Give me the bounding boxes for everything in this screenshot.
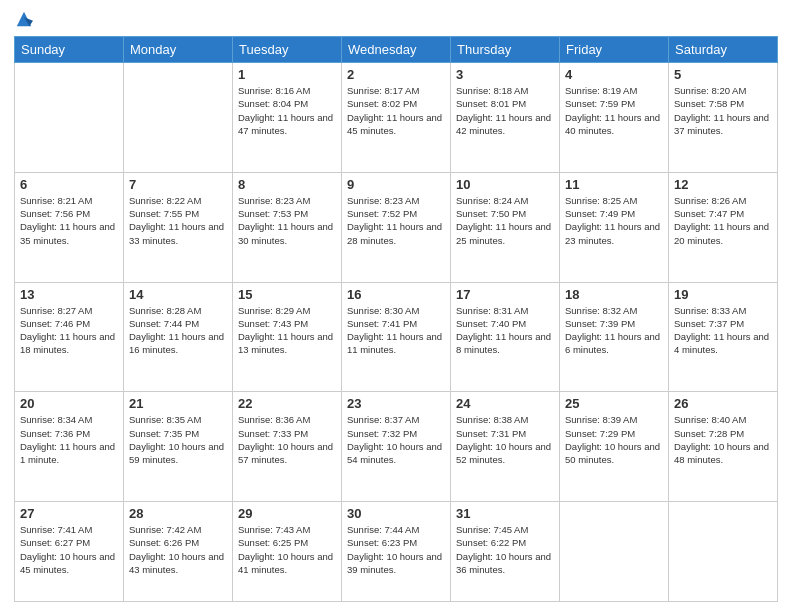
calendar-cell: 13Sunrise: 8:27 AM Sunset: 7:46 PM Dayli… <box>15 282 124 392</box>
calendar-cell: 11Sunrise: 8:25 AM Sunset: 7:49 PM Dayli… <box>560 172 669 282</box>
day-info: Sunrise: 7:43 AM Sunset: 6:25 PM Dayligh… <box>238 523 336 576</box>
calendar-cell: 23Sunrise: 8:37 AM Sunset: 7:32 PM Dayli… <box>342 392 451 502</box>
weekday-header-saturday: Saturday <box>669 37 778 63</box>
day-number: 16 <box>347 287 445 302</box>
day-number: 14 <box>129 287 227 302</box>
day-info: Sunrise: 8:29 AM Sunset: 7:43 PM Dayligh… <box>238 304 336 357</box>
day-number: 22 <box>238 396 336 411</box>
day-info: Sunrise: 8:37 AM Sunset: 7:32 PM Dayligh… <box>347 413 445 466</box>
day-number: 12 <box>674 177 772 192</box>
day-info: Sunrise: 8:25 AM Sunset: 7:49 PM Dayligh… <box>565 194 663 247</box>
day-info: Sunrise: 7:41 AM Sunset: 6:27 PM Dayligh… <box>20 523 118 576</box>
calendar-cell: 5Sunrise: 8:20 AM Sunset: 7:58 PM Daylig… <box>669 63 778 173</box>
day-number: 23 <box>347 396 445 411</box>
calendar-cell: 15Sunrise: 8:29 AM Sunset: 7:43 PM Dayli… <box>233 282 342 392</box>
weekday-header-monday: Monday <box>124 37 233 63</box>
header <box>14 10 778 28</box>
calendar-week-row: 20Sunrise: 8:34 AM Sunset: 7:36 PM Dayli… <box>15 392 778 502</box>
calendar-cell: 26Sunrise: 8:40 AM Sunset: 7:28 PM Dayli… <box>669 392 778 502</box>
calendar-cell: 14Sunrise: 8:28 AM Sunset: 7:44 PM Dayli… <box>124 282 233 392</box>
weekday-header-thursday: Thursday <box>451 37 560 63</box>
day-info: Sunrise: 8:39 AM Sunset: 7:29 PM Dayligh… <box>565 413 663 466</box>
day-number: 2 <box>347 67 445 82</box>
day-info: Sunrise: 8:17 AM Sunset: 8:02 PM Dayligh… <box>347 84 445 137</box>
weekday-header-wednesday: Wednesday <box>342 37 451 63</box>
day-info: Sunrise: 8:28 AM Sunset: 7:44 PM Dayligh… <box>129 304 227 357</box>
day-info: Sunrise: 8:19 AM Sunset: 7:59 PM Dayligh… <box>565 84 663 137</box>
day-info: Sunrise: 8:34 AM Sunset: 7:36 PM Dayligh… <box>20 413 118 466</box>
calendar-cell <box>669 502 778 602</box>
calendar-cell: 10Sunrise: 8:24 AM Sunset: 7:50 PM Dayli… <box>451 172 560 282</box>
day-number: 3 <box>456 67 554 82</box>
logo <box>14 10 33 28</box>
day-number: 19 <box>674 287 772 302</box>
day-number: 25 <box>565 396 663 411</box>
calendar-cell: 9Sunrise: 8:23 AM Sunset: 7:52 PM Daylig… <box>342 172 451 282</box>
calendar-week-row: 1Sunrise: 8:16 AM Sunset: 8:04 PM Daylig… <box>15 63 778 173</box>
day-number: 20 <box>20 396 118 411</box>
day-info: Sunrise: 8:21 AM Sunset: 7:56 PM Dayligh… <box>20 194 118 247</box>
logo-text <box>14 10 33 28</box>
day-number: 27 <box>20 506 118 521</box>
weekday-header-row: SundayMondayTuesdayWednesdayThursdayFrid… <box>15 37 778 63</box>
calendar-cell <box>124 63 233 173</box>
weekday-header-sunday: Sunday <box>15 37 124 63</box>
calendar-cell: 3Sunrise: 8:18 AM Sunset: 8:01 PM Daylig… <box>451 63 560 173</box>
calendar-cell: 21Sunrise: 8:35 AM Sunset: 7:35 PM Dayli… <box>124 392 233 502</box>
day-info: Sunrise: 8:27 AM Sunset: 7:46 PM Dayligh… <box>20 304 118 357</box>
day-number: 4 <box>565 67 663 82</box>
day-info: Sunrise: 8:35 AM Sunset: 7:35 PM Dayligh… <box>129 413 227 466</box>
calendar-cell: 20Sunrise: 8:34 AM Sunset: 7:36 PM Dayli… <box>15 392 124 502</box>
calendar-cell <box>560 502 669 602</box>
day-number: 7 <box>129 177 227 192</box>
day-number: 5 <box>674 67 772 82</box>
calendar-cell: 31Sunrise: 7:45 AM Sunset: 6:22 PM Dayli… <box>451 502 560 602</box>
day-info: Sunrise: 8:22 AM Sunset: 7:55 PM Dayligh… <box>129 194 227 247</box>
day-info: Sunrise: 8:23 AM Sunset: 7:52 PM Dayligh… <box>347 194 445 247</box>
day-number: 8 <box>238 177 336 192</box>
day-info: Sunrise: 8:18 AM Sunset: 8:01 PM Dayligh… <box>456 84 554 137</box>
calendar-cell: 24Sunrise: 8:38 AM Sunset: 7:31 PM Dayli… <box>451 392 560 502</box>
calendar-cell: 22Sunrise: 8:36 AM Sunset: 7:33 PM Dayli… <box>233 392 342 502</box>
calendar-cell: 6Sunrise: 8:21 AM Sunset: 7:56 PM Daylig… <box>15 172 124 282</box>
calendar-cell: 30Sunrise: 7:44 AM Sunset: 6:23 PM Dayli… <box>342 502 451 602</box>
weekday-header-tuesday: Tuesday <box>233 37 342 63</box>
day-number: 11 <box>565 177 663 192</box>
day-number: 15 <box>238 287 336 302</box>
calendar-week-row: 27Sunrise: 7:41 AM Sunset: 6:27 PM Dayli… <box>15 502 778 602</box>
day-number: 6 <box>20 177 118 192</box>
calendar-cell: 1Sunrise: 8:16 AM Sunset: 8:04 PM Daylig… <box>233 63 342 173</box>
calendar-cell: 4Sunrise: 8:19 AM Sunset: 7:59 PM Daylig… <box>560 63 669 173</box>
day-number: 9 <box>347 177 445 192</box>
logo-icon <box>15 10 33 28</box>
day-number: 30 <box>347 506 445 521</box>
day-info: Sunrise: 7:42 AM Sunset: 6:26 PM Dayligh… <box>129 523 227 576</box>
calendar-cell: 7Sunrise: 8:22 AM Sunset: 7:55 PM Daylig… <box>124 172 233 282</box>
calendar-table: SundayMondayTuesdayWednesdayThursdayFrid… <box>14 36 778 602</box>
day-number: 24 <box>456 396 554 411</box>
day-number: 21 <box>129 396 227 411</box>
weekday-header-friday: Friday <box>560 37 669 63</box>
calendar-cell: 17Sunrise: 8:31 AM Sunset: 7:40 PM Dayli… <box>451 282 560 392</box>
page: SundayMondayTuesdayWednesdayThursdayFrid… <box>0 0 792 612</box>
calendar-cell: 25Sunrise: 8:39 AM Sunset: 7:29 PM Dayli… <box>560 392 669 502</box>
day-info: Sunrise: 8:36 AM Sunset: 7:33 PM Dayligh… <box>238 413 336 466</box>
day-number: 29 <box>238 506 336 521</box>
calendar-cell: 27Sunrise: 7:41 AM Sunset: 6:27 PM Dayli… <box>15 502 124 602</box>
calendar-week-row: 6Sunrise: 8:21 AM Sunset: 7:56 PM Daylig… <box>15 172 778 282</box>
day-number: 28 <box>129 506 227 521</box>
day-number: 26 <box>674 396 772 411</box>
day-info: Sunrise: 7:44 AM Sunset: 6:23 PM Dayligh… <box>347 523 445 576</box>
day-info: Sunrise: 8:31 AM Sunset: 7:40 PM Dayligh… <box>456 304 554 357</box>
day-info: Sunrise: 8:26 AM Sunset: 7:47 PM Dayligh… <box>674 194 772 247</box>
day-info: Sunrise: 8:20 AM Sunset: 7:58 PM Dayligh… <box>674 84 772 137</box>
day-info: Sunrise: 8:32 AM Sunset: 7:39 PM Dayligh… <box>565 304 663 357</box>
day-number: 10 <box>456 177 554 192</box>
day-info: Sunrise: 7:45 AM Sunset: 6:22 PM Dayligh… <box>456 523 554 576</box>
day-info: Sunrise: 8:33 AM Sunset: 7:37 PM Dayligh… <box>674 304 772 357</box>
calendar-cell: 18Sunrise: 8:32 AM Sunset: 7:39 PM Dayli… <box>560 282 669 392</box>
day-info: Sunrise: 8:24 AM Sunset: 7:50 PM Dayligh… <box>456 194 554 247</box>
calendar-cell: 28Sunrise: 7:42 AM Sunset: 6:26 PM Dayli… <box>124 502 233 602</box>
day-number: 18 <box>565 287 663 302</box>
day-info: Sunrise: 8:40 AM Sunset: 7:28 PM Dayligh… <box>674 413 772 466</box>
